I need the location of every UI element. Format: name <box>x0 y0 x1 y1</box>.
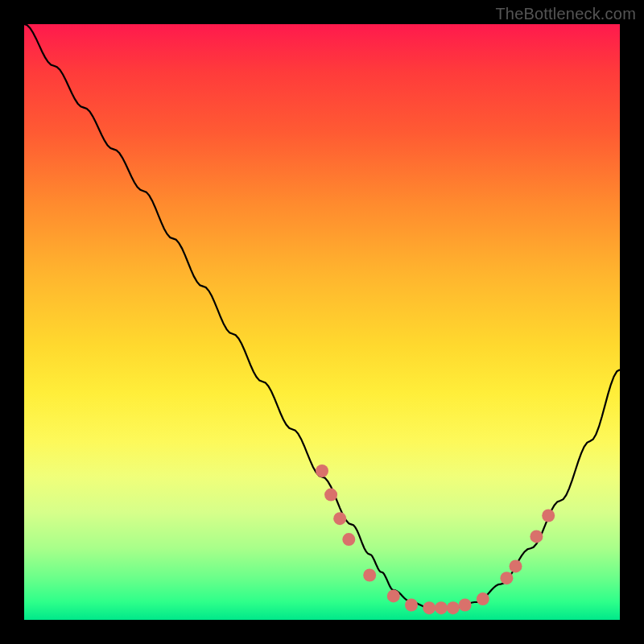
data-marker <box>324 489 337 502</box>
watermark-text: TheBottleneck.com <box>495 5 636 23</box>
data-marker <box>530 530 543 543</box>
chart-svg <box>24 24 620 620</box>
data-marker <box>333 512 346 525</box>
data-marker <box>387 589 400 602</box>
bottleneck-curve <box>24 24 620 608</box>
data-marker <box>435 601 448 614</box>
plot-area <box>24 24 620 620</box>
data-marker <box>316 464 328 477</box>
data-marker <box>405 599 418 612</box>
marker-group <box>316 464 555 614</box>
chart-frame: TheBottleneck.com <box>0 0 644 644</box>
data-marker <box>447 601 460 614</box>
data-marker <box>500 572 513 584</box>
data-marker <box>542 510 555 522</box>
data-marker <box>459 599 472 612</box>
data-marker <box>423 601 436 614</box>
data-marker <box>477 592 489 605</box>
data-marker <box>342 533 355 546</box>
data-marker <box>510 559 522 572</box>
data-marker <box>363 569 376 582</box>
